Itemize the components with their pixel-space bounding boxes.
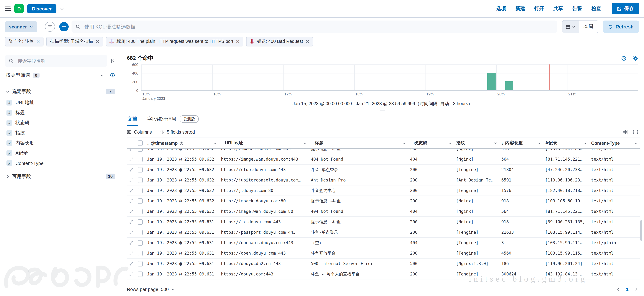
expand-row-icon[interactable]: [129, 149, 133, 151]
field-item-指纹[interactable]: k指纹: [5, 128, 116, 138]
column-header-内容长度[interactable]: ↓内容长度: [499, 138, 543, 148]
nav-link-4[interactable]: 告警: [572, 6, 582, 12]
remove-filter-icon[interactable]: ✕: [306, 39, 310, 44]
field-search-input[interactable]: [17, 58, 104, 64]
remove-filter-icon[interactable]: ✕: [96, 39, 100, 44]
field-item-状态码[interactable]: k状态码: [5, 118, 116, 128]
resize-handle[interactable]: [121, 108, 644, 112]
field-item-URL地址[interactable]: kURL地址: [5, 98, 116, 108]
available-fields-header[interactable]: 可用字段 10: [5, 168, 116, 183]
filter-by-type[interactable]: 按类型筛选 0: [5, 67, 116, 83]
collapse-sidebar-icon[interactable]: [111, 58, 116, 63]
remove-filter-icon[interactable]: ✕: [236, 39, 240, 44]
gear-icon[interactable]: [632, 55, 638, 61]
add-filter-icon[interactable]: [59, 22, 69, 31]
histogram-bar[interactable]: [505, 81, 513, 90]
column-menu-icon[interactable]: [402, 141, 406, 145]
column-menu-icon[interactable]: [538, 141, 541, 145]
expand-row-icon[interactable]: [129, 262, 133, 265]
field-item-标题[interactable]: k标题: [5, 108, 116, 118]
row-checkbox[interactable]: [138, 157, 143, 162]
expand-row-icon[interactable]: [129, 189, 133, 193]
expand-row-icon[interactable]: [129, 168, 133, 172]
tab-field-statistics[interactable]: 字段统计信息 公测版: [146, 112, 200, 126]
previous-page-icon[interactable]: [616, 287, 620, 291]
filter-pill-1[interactable]: 扫描类型: 子域名扫描✕: [46, 37, 103, 46]
select-all-checkbox[interactable]: [138, 140, 143, 146]
refresh-button[interactable]: Refresh: [602, 21, 639, 33]
expand-row-icon[interactable]: [129, 241, 133, 245]
history-icon[interactable]: [621, 55, 627, 61]
expand-row-icon[interactable]: [129, 178, 133, 182]
remove-filter-icon[interactable]: ✕: [36, 39, 40, 44]
nav-link-1[interactable]: 新建: [515, 6, 525, 12]
tab-documents[interactable]: 文档: [127, 112, 138, 125]
vertical-scrollbar[interactable]: [640, 220, 642, 241]
column-header-Content-Type[interactable]: Content-Type: [589, 138, 640, 148]
column-header-指纹[interactable]: 指纹: [454, 138, 499, 148]
row-checkbox[interactable]: [138, 271, 143, 277]
row-checkbox[interactable]: [138, 167, 143, 172]
row-checkbox[interactable]: [138, 177, 143, 183]
column-menu-icon[interactable]: [303, 141, 306, 145]
saved-query-icon[interactable]: [45, 22, 55, 32]
expand-row-icon[interactable]: [129, 157, 133, 161]
column-header-标题[interactable]: ↑标题: [309, 138, 408, 148]
column-header-URL地址[interactable]: ↑URL地址: [219, 138, 309, 148]
nav-link-5[interactable]: 检查: [592, 6, 601, 12]
rows-per-page[interactable]: Rows per page: 500: [127, 286, 175, 292]
row-checkbox[interactable]: [138, 219, 143, 225]
row-checkbox[interactable]: [138, 261, 143, 266]
field-item-内容长度[interactable]: k内容长度: [5, 138, 116, 148]
row-checkbox[interactable]: [138, 149, 143, 152]
expand-row-icon[interactable]: [129, 230, 133, 234]
expand-row-icon[interactable]: [129, 272, 133, 276]
column-header-状态码[interactable]: ↑状态码: [408, 138, 454, 148]
columns-button[interactable]: Columns: [127, 129, 152, 134]
column-menu-icon[interactable]: [214, 141, 217, 145]
histogram-bar[interactable]: [487, 73, 496, 90]
display-options-icon[interactable]: [622, 129, 628, 135]
field-item-Content-Type[interactable]: kContent-Type: [5, 158, 116, 168]
chevron-down-icon[interactable]: [60, 7, 64, 11]
column-menu-icon[interactable]: [634, 141, 638, 145]
expand-row-icon[interactable]: [129, 199, 133, 203]
column-menu-icon[interactable]: [448, 141, 452, 145]
row-checkbox[interactable]: [138, 188, 143, 193]
nav-link-3[interactable]: 共享: [554, 6, 563, 12]
expand-row-icon[interactable]: [129, 209, 133, 213]
column-header-A记录[interactable]: A记录: [543, 138, 589, 148]
time-range-button[interactable]: 本周: [578, 21, 598, 33]
row-checkbox[interactable]: [138, 198, 143, 204]
filter-pill-0[interactable]: 资产名: 斗鱼✕: [5, 37, 44, 46]
row-checkbox[interactable]: [138, 209, 143, 214]
save-icon: [617, 6, 622, 11]
column-header-@timestamp[interactable]: ↓@timestamp: [145, 138, 219, 148]
column-menu-icon[interactable]: [494, 141, 497, 145]
expand-row-icon[interactable]: [129, 251, 133, 255]
space-avatar[interactable]: D: [14, 4, 24, 13]
row-checkbox[interactable]: [138, 240, 143, 245]
discover-app-button[interactable]: Discover: [27, 4, 56, 13]
filter-pill-2[interactable]: 非标题: 400 The plain HTTP request was sent…: [106, 37, 243, 46]
filter-pill-3[interactable]: 非标题: 400 Bad Request✕: [246, 37, 313, 46]
kql-input[interactable]: [84, 24, 553, 30]
page-number[interactable]: 1: [626, 286, 628, 292]
next-page-icon[interactable]: [634, 287, 638, 291]
menu-icon[interactable]: [5, 6, 11, 11]
save-button[interactable]: 保存: [612, 3, 639, 15]
nav-link-2[interactable]: 打开: [534, 6, 544, 12]
nav-link-0[interactable]: 选项: [496, 6, 506, 12]
field-item-A记录[interactable]: kA记录: [5, 148, 116, 158]
data-view-picker[interactable]: scanner: [5, 21, 37, 32]
sort-fields-button[interactable]: 5 fields sorted: [160, 129, 195, 134]
expand-row-icon[interactable]: [129, 220, 133, 224]
row-checkbox[interactable]: [138, 230, 143, 235]
fullscreen-icon[interactable]: [633, 129, 638, 135]
field-name: 内容长度: [16, 140, 34, 146]
info-icon[interactable]: [110, 73, 115, 78]
row-checkbox[interactable]: [138, 250, 143, 256]
selected-fields-header[interactable]: 选定字段 7: [5, 83, 116, 98]
calendar-button[interactable]: [562, 21, 578, 33]
column-menu-icon[interactable]: [584, 141, 587, 145]
